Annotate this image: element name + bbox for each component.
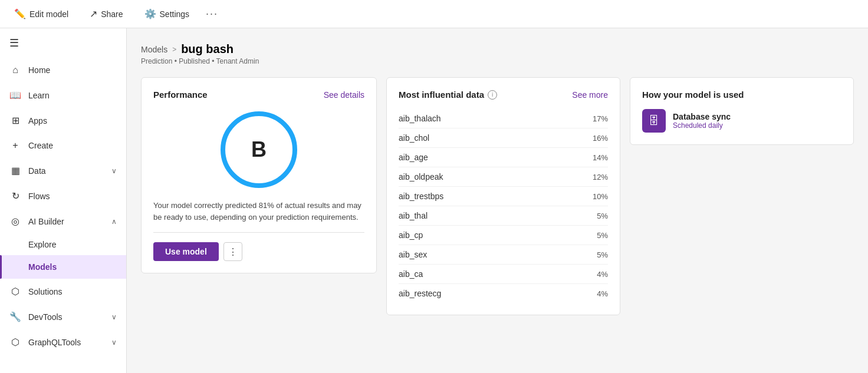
- influential-item-name: aib_chol: [399, 133, 429, 143]
- data-icon: ▦: [9, 165, 21, 176]
- influential-item-pct: 4%: [597, 270, 608, 279]
- more-vert-icon: ⋮: [228, 246, 238, 258]
- influential-item-pct: 4%: [597, 289, 608, 298]
- database-icon: 🗄: [649, 115, 659, 127]
- sidebar-item-data[interactable]: ▦ Data ∨: [0, 158, 126, 183]
- how-used-item-sub: Scheduled daily: [673, 121, 731, 130]
- influential-item-pct: 5%: [597, 250, 608, 259]
- influential-list-item: aib_oldpeak12%: [399, 167, 608, 187]
- sidebar-item-devtools[interactable]: 🔧 DevTools ∨: [0, 304, 126, 329]
- influential-list-item: aib_ca4%: [399, 265, 608, 284]
- see-details-link[interactable]: See details: [324, 90, 364, 100]
- sidebar-sub-label: Models: [28, 262, 57, 272]
- influential-item-name: aib_ca: [399, 269, 423, 279]
- sidebar-item-graphqltools[interactable]: ⬡ GraphQLTools ∨: [0, 329, 126, 355]
- main-content: Models > bug bash Prediction • Published…: [127, 28, 868, 373]
- influential-list: aib_thalach17%aib_chol16%aib_age14%aib_o…: [399, 109, 608, 303]
- graphqltools-icon: ⬡: [9, 336, 21, 348]
- influential-item-pct: 14%: [593, 153, 608, 162]
- influential-item-name: aib_sex: [399, 250, 427, 259]
- performance-description: Your model correctly predicted 81% of ac…: [153, 200, 364, 233]
- performance-actions: Use model ⋮: [153, 242, 364, 261]
- apps-icon: ⊞: [9, 115, 21, 126]
- influential-list-item: aib_age14%: [399, 148, 608, 167]
- sidebar-item-label: Create: [28, 141, 117, 150]
- chevron-up-icon: ∧: [111, 217, 117, 226]
- influential-list-item: aib_thalach17%: [399, 109, 608, 128]
- sidebar-item-label: GraphQLTools: [28, 338, 104, 347]
- breadcrumb-current: bug bash: [181, 42, 234, 56]
- influential-list-item: aib_chol16%: [399, 128, 608, 148]
- sidebar-item-models[interactable]: Models: [0, 255, 126, 279]
- sidebar-item-apps[interactable]: ⊞ Apps: [0, 108, 126, 133]
- how-used-info: Database sync Scheduled daily: [673, 112, 731, 130]
- sidebar-item-create[interactable]: + Create: [0, 133, 126, 158]
- sidebar-item-learn[interactable]: 📖 Learn: [0, 82, 126, 108]
- breadcrumb-separator: >: [172, 45, 176, 54]
- influential-list-item: aib_trestbps10%: [399, 187, 608, 206]
- chevron-down-icon: ∨: [111, 338, 117, 346]
- sidebar-sub-label: Explore: [28, 240, 56, 249]
- database-sync-icon-box: 🗄: [642, 109, 666, 133]
- influential-item-name: aib_oldpeak: [399, 172, 443, 181]
- breadcrumb-parent-link[interactable]: Models: [141, 45, 167, 54]
- page-subtitle: Prediction • Published • Tenant Admin: [141, 57, 854, 65]
- sidebar-item-label: Apps: [28, 116, 117, 126]
- sidebar-item-label: Home: [28, 65, 117, 75]
- influential-list-item: aib_restecg4%: [399, 284, 608, 303]
- sidebar-item-label: AI Builder: [28, 217, 104, 226]
- chevron-down-icon: ∨: [111, 167, 117, 175]
- sidebar-item-ai-builder[interactable]: ◎ AI Builder ∧: [0, 209, 126, 234]
- share-button[interactable]: ↗ Share: [85, 6, 127, 22]
- see-more-link[interactable]: See more: [572, 90, 608, 100]
- sidebar-item-home[interactable]: ⌂ Home: [0, 58, 126, 82]
- influential-item-name: aib_thalach: [399, 114, 441, 123]
- influential-item-name: aib_restecg: [399, 289, 441, 298]
- influential-item-name: aib_trestbps: [399, 192, 443, 201]
- create-icon: +: [9, 140, 21, 151]
- influential-item-pct: 12%: [593, 173, 608, 181]
- more-options-button[interactable]: ···: [206, 8, 218, 20]
- grade-circle: B: [221, 111, 297, 188]
- how-used-item-label: Database sync: [673, 112, 731, 121]
- sidebar: ☰ ⌂ Home 📖 Learn ⊞ Apps + Create ▦ Data …: [0, 28, 127, 373]
- influential-list-item: aib_sex5%: [399, 245, 608, 265]
- gear-icon: ⚙️: [144, 8, 156, 19]
- breadcrumb: Models > bug bash: [141, 42, 854, 56]
- main-container: ☰ ⌂ Home 📖 Learn ⊞ Apps + Create ▦ Data …: [0, 28, 868, 373]
- influential-list-item: aib_cp5%: [399, 226, 608, 245]
- edit-model-button[interactable]: ✏️ Edit model: [9, 6, 73, 22]
- use-model-button[interactable]: Use model: [153, 242, 219, 261]
- performance-card-title: Performance: [153, 90, 208, 100]
- home-icon: ⌂: [9, 65, 21, 75]
- influential-item-pct: 17%: [593, 114, 608, 123]
- how-used-card-header: How your model is used: [642, 90, 841, 100]
- sidebar-item-solutions[interactable]: ⬡ Solutions: [0, 279, 126, 304]
- influential-data-card: Most influential data i See more aib_tha…: [386, 77, 620, 315]
- toolbar: ✏️ Edit model ↗ Share ⚙️ Settings ···: [0, 0, 868, 28]
- how-used-item: 🗄 Database sync Scheduled daily: [642, 109, 841, 133]
- influential-item-pct: 5%: [597, 212, 608, 220]
- grade-value: B: [251, 137, 267, 162]
- influential-card-header: Most influential data i See more: [399, 90, 608, 100]
- active-indicator: [0, 255, 2, 279]
- how-used-card: How your model is used 🗄 Database sync S…: [630, 77, 854, 145]
- sidebar-item-flows[interactable]: ↻ Flows: [0, 183, 126, 209]
- settings-button[interactable]: ⚙️ Settings: [140, 6, 195, 22]
- performance-more-button[interactable]: ⋮: [223, 242, 242, 261]
- cards-row: Performance See details B Your model cor…: [141, 77, 854, 315]
- sidebar-item-label: Data: [28, 166, 104, 176]
- influential-item-name: aib_age: [399, 153, 428, 162]
- ai-builder-icon: ◎: [9, 216, 21, 227]
- influential-item-pct: 10%: [593, 192, 608, 201]
- influential-item-name: aib_thal: [399, 211, 428, 220]
- share-icon: ↗: [90, 8, 97, 19]
- influential-item-pct: 16%: [593, 134, 608, 143]
- edit-icon: ✏️: [14, 8, 26, 19]
- hamburger-menu-button[interactable]: ☰: [0, 28, 126, 58]
- sidebar-item-explore[interactable]: Explore: [0, 234, 126, 255]
- sidebar-item-label: Solutions: [28, 287, 117, 296]
- performance-card: Performance See details B Your model cor…: [141, 77, 377, 273]
- sidebar-item-label: DevTools: [28, 312, 104, 322]
- gauge-container: B: [153, 111, 364, 188]
